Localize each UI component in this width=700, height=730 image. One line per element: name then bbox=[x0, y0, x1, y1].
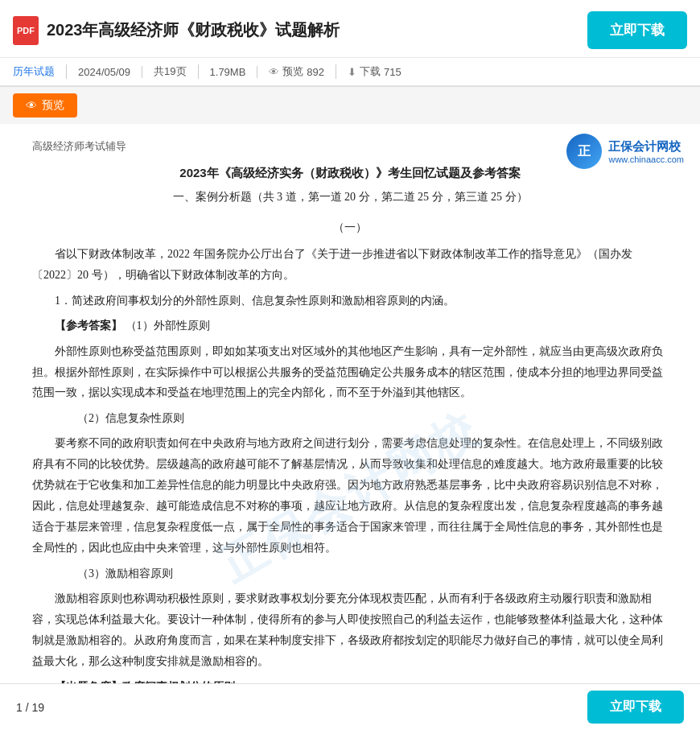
meta-size: 1.79MB bbox=[199, 66, 258, 78]
logo-circle: 正 bbox=[566, 134, 602, 169]
logo-text-block: 正保会计网校 www.chinaacc.com bbox=[608, 139, 684, 164]
preview-btn-icon: 👁 bbox=[26, 99, 37, 112]
document-container: 正 正保会计网校 www.chinaacc.com 正保会计网校 高级经济师考试… bbox=[0, 124, 700, 730]
doc-subtitle: 一、案例分析题（共 3 道，第一道 20 分，第二道 25 分，第三道 25 分… bbox=[32, 187, 668, 207]
page-current: 1 bbox=[16, 701, 23, 714]
eye-icon: 👁 bbox=[269, 66, 279, 78]
page-total: 19 bbox=[31, 701, 44, 714]
preview-count: 892 bbox=[307, 66, 324, 78]
document-title: 2023年高级经济师《财政税收》试题解析 bbox=[47, 19, 340, 41]
preview-button[interactable]: 👁 预览 bbox=[13, 93, 77, 118]
document-content: 高级经济师考试辅导 2023年《高级经济实务（财政税收）》考生回忆试题及参考答案… bbox=[0, 124, 700, 730]
principle2-title: （2）信息复杂性原则 bbox=[32, 408, 668, 428]
answer-intro-text: （1）外部性原则 bbox=[126, 320, 210, 332]
download-top-button[interactable]: 立即下载 bbox=[587, 11, 687, 49]
answer-label-text: 【参考答案】 bbox=[55, 320, 122, 332]
preview-label: 预览 bbox=[282, 64, 303, 79]
meta-bar: 历年试题 2024/05/09 共19页 1.79MB 👁 预览 892 ⬇ 下… bbox=[0, 58, 700, 87]
footer-page-info: 1 / 19 bbox=[16, 701, 44, 714]
footer-bar: 1 / 19 立即下载 bbox=[0, 683, 700, 730]
meta-category: 历年试题 bbox=[13, 64, 67, 79]
preview-btn-label: 预览 bbox=[42, 98, 64, 113]
principle3-title: （3）激励相容原则 bbox=[32, 563, 668, 584]
doc-answer-p3: 激励相容原则也称调动积极性原则，要求财政事权划分要充分体现权责匹配，从而有利于各… bbox=[32, 588, 668, 672]
doc-answer-label: 【参考答案】 （1）外部性原则 bbox=[32, 316, 668, 336]
logo-url: www.chinaacc.com bbox=[608, 155, 684, 164]
meta-date: 2024/05/09 bbox=[67, 66, 142, 78]
category-label: 历年试题 bbox=[13, 64, 55, 79]
download-icon: ⬇ bbox=[348, 66, 356, 78]
pages-value: 共19页 bbox=[154, 64, 186, 79]
doc-para1: 省以下财政体制改革，2022 年国务院办公厅出台了《关于进一步推进省以下财政体制… bbox=[32, 244, 668, 286]
doc-answer-p1: 外部性原则也称受益范围原则，即如如某项支出对区域外的其他地区产生影响，具有一定外… bbox=[32, 341, 668, 404]
pdf-icon: PDF bbox=[13, 16, 39, 45]
doc-answer-p2: 要考察不同的政府职责如何在中央政府与地方政府之间进行划分，需要考虑信息处理的复杂… bbox=[32, 433, 668, 558]
download-bottom-button[interactable]: 立即下载 bbox=[587, 691, 684, 724]
header: PDF 2023年高级经济师《财政税收》试题解析 立即下载 bbox=[0, 0, 700, 58]
meta-pages: 共19页 bbox=[142, 64, 198, 79]
doc-question1: 1．简述政府间事权划分的外部性原则、信息复杂性原则和激励相容原则的内涵。 bbox=[32, 291, 668, 311]
header-left: PDF 2023年高级经济师《财政税收》试题解析 bbox=[13, 16, 340, 45]
meta-download: ⬇ 下载 715 bbox=[336, 64, 413, 79]
size-value: 1.79MB bbox=[210, 66, 246, 78]
meta-preview: 👁 预览 892 bbox=[257, 64, 336, 79]
download-count: 715 bbox=[384, 66, 401, 78]
date-value: 2024/05/09 bbox=[78, 66, 130, 78]
brand-logo: 正 正保会计网校 www.chinaacc.com bbox=[566, 134, 684, 169]
download-label: 下载 bbox=[360, 64, 381, 79]
logo-name: 正保会计网校 bbox=[608, 139, 684, 155]
doc-section1: （一） bbox=[32, 217, 668, 237]
preview-btn-bar: 👁 预览 bbox=[0, 87, 700, 124]
